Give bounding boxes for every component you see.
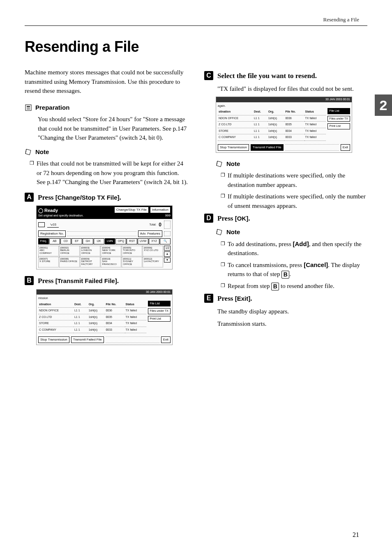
note-heading-4: Note	[216, 228, 367, 237]
page-number: 21	[353, 531, 359, 539]
ss1-cell[interactable]: [00006]XYZ CO.LTD	[143, 246, 163, 256]
ss1-tabs: Freq. AB CD EF GH IJK LMN OPQ RST UVW XY…	[38, 238, 171, 244]
ss1-total-label: Total:	[150, 223, 157, 227]
table-row[interactable]: C COMPANYL1 11sht(s)0033TX failed	[218, 134, 326, 141]
ss1-ready: ◯ Ready	[38, 208, 58, 213]
ss1-tab-lmn[interactable]: LMN	[105, 238, 115, 244]
note-body-1: Files that could not be transmitted will…	[37, 159, 188, 187]
step-3: C Select the file you want to resend.	[204, 71, 367, 81]
ss1-search-icon[interactable]: 🔍	[160, 238, 171, 244]
step5-sub2: Transmission starts.	[217, 319, 367, 329]
ss1-tab-rst[interactable]: RST	[127, 238, 137, 244]
note-icon	[216, 228, 223, 236]
bullet-icon: ❒	[221, 240, 225, 248]
intro-paragraph: Machine memory stores messages that coul…	[25, 68, 188, 96]
step3-text: Select the file you want to resend.	[217, 71, 317, 81]
ss1-cell[interactable]: [00004]NEW YORK OFFICE	[101, 246, 121, 256]
step5-button-label: [Exit]	[235, 295, 251, 302]
step1-prefix: Press	[38, 193, 55, 201]
ss1-cell[interactable]: [00009]DETROIT FACTORY	[80, 257, 101, 267]
ss2-tff-button[interactable]: Transmit Failed File	[71, 336, 104, 343]
ss1-info-button[interactable]: Information	[150, 207, 171, 213]
ss1-count: 999	[150, 213, 171, 218]
step2-button-label: [Transmit Failed File]	[55, 277, 117, 284]
ss1-cell[interactable]: [00005]TORONTO OFFICE	[122, 246, 142, 256]
ss3-printlist-button[interactable]: Print List	[327, 123, 350, 129]
ss1-cell[interactable]: [00002]BERLIN OFFICE	[59, 246, 80, 256]
ss1-tab-xyz[interactable]: XYZ	[149, 238, 159, 244]
ss2-table: stinationDest.Org.File No.Status NDON OF…	[38, 302, 146, 334]
note-icon	[216, 160, 223, 168]
header-rule	[25, 25, 367, 26]
preparation-icon	[25, 104, 32, 111]
table-row[interactable]: NDON OFFICEL1 11sht(s)0036TX failed	[38, 308, 146, 314]
table-row[interactable]: NDON OFFICEL1 11sht(s)0036TX failed	[218, 115, 326, 122]
ss1-tab-uvw[interactable]: UVW	[138, 238, 148, 244]
ss2-datebar: 30 JAN 2003 00:01	[37, 290, 172, 295]
note4-c: Repeat from step B to resend another fil…	[228, 281, 334, 291]
running-head: Resending a File	[0, 0, 392, 23]
ss1-scroll-up[interactable]: ▲	[164, 251, 171, 257]
ss1-cell[interactable]: [00003]LONDON OFFICE	[80, 246, 101, 256]
note3-b: If multiple destinations were specified,…	[228, 192, 367, 210]
step-number-5: E	[204, 294, 213, 303]
ss2-exit-button[interactable]: Exit	[161, 336, 171, 343]
ss1-tab-cd[interactable]: CD	[60, 238, 71, 244]
ss1-tab-ab[interactable]: AB	[49, 238, 60, 244]
table-row[interactable]: STOREL1 11sht(s)0034TX failed	[218, 128, 326, 134]
step4-suffix: .	[248, 214, 250, 222]
ss1-subtitle: Set original and specify destination.	[38, 214, 83, 218]
table-row[interactable]: Z CO.LTDL1 11sht(s)0035TX failed	[218, 122, 326, 128]
table-row[interactable]: STOREL1 11sht(s)0034TX failed	[38, 320, 146, 327]
ss1-cell[interactable]: [00007]X STORE	[38, 257, 59, 267]
step4-button-label: [OK]	[235, 215, 249, 222]
ss2-topword: mission	[38, 296, 171, 301]
ss1-cell[interactable]: [00001]ABC COMPANY	[38, 246, 59, 256]
ss1-tab-freq[interactable]: Freq.	[38, 238, 49, 244]
ss3-filesunder-button[interactable]: Files under TX	[327, 116, 350, 122]
ss1-tab-gh[interactable]: GH	[83, 238, 93, 244]
step-number-4: D	[204, 214, 213, 223]
ss3-tff-button[interactable]: Transmit Failed File	[251, 144, 284, 151]
ss3-exit-button[interactable]: Exit	[341, 144, 350, 151]
ss1-cell[interactable]: [00008]PARIS OFFICE	[59, 257, 80, 267]
ss1-adv-features-button[interactable]: Adv. Features	[138, 230, 162, 237]
ss2-filesunder-button[interactable]: Files under TX	[148, 308, 171, 314]
table-row[interactable]: C COMPANYL1 11sht(s)0033TX failed	[38, 327, 146, 333]
step1-button-label: [Change/Stop TX File]	[55, 194, 120, 201]
ss3-filelist-button[interactable]: File List	[327, 108, 350, 114]
svg-rect-2	[27, 108, 30, 108]
ss1-change-stop-button[interactable]: Change/Stop TX File	[114, 207, 149, 213]
ss2-filelist-button[interactable]: File List	[148, 301, 171, 307]
step5-prefix: Press	[217, 295, 235, 302]
ss1-cell[interactable]: [00010]SAN FRANCISCO	[101, 257, 121, 267]
note4-b: To cancel transmissions, press [Cancel].…	[228, 260, 367, 279]
step2-suffix: .	[117, 277, 119, 285]
ss1-total-value: 0	[159, 221, 161, 228]
step-number-1: A	[25, 193, 34, 202]
note-heading-3: Note	[216, 159, 367, 169]
ss1-tab-opq[interactable]: OPQ	[115, 238, 126, 244]
step5-suffix: .	[250, 295, 252, 302]
step-4: D Press [OK].	[204, 214, 367, 223]
ss1-scroll-down[interactable]: ▼	[164, 258, 171, 263]
chapter-tab: 2	[375, 94, 392, 116]
ss1-tab-ef[interactable]: EF	[71, 238, 82, 244]
step-ref-icon: B	[271, 283, 279, 290]
ss3-stop-button[interactable]: Stop Transmission	[218, 144, 249, 151]
ss2-printlist-button[interactable]: Print List	[148, 316, 171, 322]
ss1-reg-no-button[interactable]: Registration No.	[38, 230, 66, 237]
ss2-stop-button[interactable]: Stop Transmission	[38, 336, 69, 343]
step3-sub: "TX failed" is displayed for files that …	[217, 84, 367, 94]
ss1-cell[interactable]: [00011]SYDNEY OFFICE	[122, 257, 142, 267]
ss3-table: stinationDest.Org.File No.Status NDON OF…	[218, 109, 326, 141]
ss1-cell[interactable]: [00012]LA FACTORY	[143, 257, 163, 267]
bullet-icon: ❒	[221, 260, 225, 269]
step1-suffix: .	[120, 193, 121, 201]
ss3-topword: again.	[218, 104, 350, 108]
step2-prefix: Press	[38, 277, 55, 285]
ss1-tab-ijk[interactable]: IJK	[94, 238, 104, 244]
note-heading-1: Note	[25, 147, 188, 157]
table-row[interactable]: Z CO.LTDL1 11sht(s)0035TX failed	[38, 314, 146, 320]
ss1-entered-number: ↘03	[47, 222, 59, 228]
